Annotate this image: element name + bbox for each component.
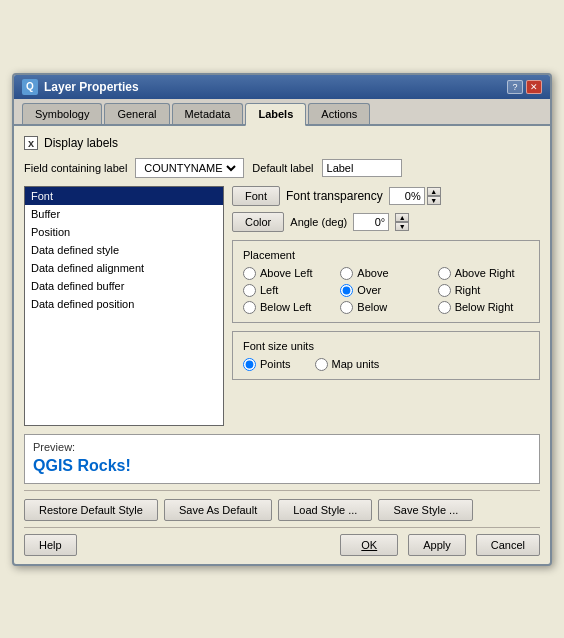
placement-above-left-label[interactable]: Above Left (260, 267, 313, 279)
color-angle-row: Color Angle (deg) ▲ ▼ (232, 212, 540, 232)
angle-up[interactable]: ▲ (395, 213, 409, 222)
list-item-position[interactable]: Position (25, 223, 223, 241)
save-style-button[interactable]: Save Style ... (378, 499, 473, 521)
font-transparency-spinner: ▲ ▼ (427, 187, 441, 205)
list-item-data-defined-alignment[interactable]: Data defined alignment (25, 259, 223, 277)
field-row: Field containing label COUNTYNAME Defaul… (24, 158, 540, 178)
font-transparency-up[interactable]: ▲ (427, 187, 441, 196)
placement-left: Left (243, 284, 334, 297)
placement-box: Placement Above Left Above Above Righ (232, 240, 540, 323)
save-as-default-button[interactable]: Save As Default (164, 499, 272, 521)
preview-text: QGIS Rocks! (33, 457, 531, 475)
apply-button[interactable]: Apply (408, 534, 466, 556)
help-button[interactable]: Help (24, 534, 77, 556)
layer-properties-window: Q Layer Properties ? ✕ Symbology General… (12, 73, 552, 566)
placement-below: Below (340, 301, 431, 314)
titlebar-controls: ? ✕ (507, 80, 542, 94)
titlebar: Q Layer Properties ? ✕ (14, 75, 550, 99)
bottom-buttons-row1: Restore Default Style Save As Default Lo… (24, 499, 540, 521)
placement-above-right: Above Right (438, 267, 529, 280)
placement-left-label[interactable]: Left (260, 284, 278, 296)
placement-title: Placement (243, 249, 529, 261)
font-transparency-down[interactable]: ▼ (427, 196, 441, 205)
list-item-data-defined-buffer[interactable]: Data defined buffer (25, 277, 223, 295)
field-dropdown[interactable]: COUNTYNAME (135, 158, 244, 178)
tab-actions[interactable]: Actions (308, 103, 370, 124)
default-label-input[interactable] (322, 159, 402, 177)
app-icon: Q (22, 79, 38, 95)
units-points-label[interactable]: Points (260, 358, 291, 370)
right-panel: Font Font transparency ▲ ▼ Color Angle ( (232, 186, 540, 426)
display-labels-label[interactable]: Display labels (44, 136, 118, 150)
list-item-data-defined-style[interactable]: Data defined style (25, 241, 223, 259)
field-select[interactable]: COUNTYNAME (140, 161, 239, 175)
cancel-button[interactable]: Cancel (476, 534, 540, 556)
units-map-units-label[interactable]: Map units (332, 358, 380, 370)
placement-below-label[interactable]: Below (357, 301, 387, 313)
angle-row: Angle (deg) ▲ ▼ (290, 213, 409, 231)
default-label-text: Default label (252, 162, 313, 174)
tab-labels[interactable]: Labels (245, 103, 306, 126)
angle-value[interactable] (353, 213, 389, 231)
tab-content: x Display labels Field containing label … (14, 126, 550, 564)
units-points: Points (243, 358, 291, 371)
list-item-font[interactable]: Font (25, 187, 223, 205)
font-transparency-label: Font transparency (286, 189, 383, 203)
preview-section: Preview: QGIS Rocks! (24, 434, 540, 484)
units-row: Points Map units (243, 358, 529, 371)
divider-1 (24, 490, 540, 491)
tab-general[interactable]: General (104, 103, 169, 124)
angle-label: Angle (deg) (290, 216, 347, 228)
list-item-data-defined-position[interactable]: Data defined position (25, 295, 223, 313)
help-title-btn[interactable]: ? (507, 80, 523, 94)
restore-default-style-button[interactable]: Restore Default Style (24, 499, 158, 521)
tab-metadata[interactable]: Metadata (172, 103, 244, 124)
placement-right-label[interactable]: Right (455, 284, 481, 296)
placement-right: Right (438, 284, 529, 297)
placement-over-label[interactable]: Over (357, 284, 381, 296)
font-transparency-input: ▲ ▼ (389, 187, 441, 205)
units-map-units: Map units (315, 358, 380, 371)
main-area: Font Buffer Position Data defined style … (24, 186, 540, 426)
list-item-buffer[interactable]: Buffer (25, 205, 223, 223)
placement-below-left: Below Left (243, 301, 334, 314)
placement-above-label[interactable]: Above (357, 267, 388, 279)
font-size-units-box: Font size units Points Map units (232, 331, 540, 380)
color-button[interactable]: Color (232, 212, 284, 232)
titlebar-left: Q Layer Properties (22, 79, 139, 95)
close-title-btn[interactable]: ✕ (526, 80, 542, 94)
placement-grid: Above Left Above Above Right Left (243, 267, 529, 314)
preview-label: Preview: (33, 441, 531, 453)
font-btn-row: Font Font transparency ▲ ▼ (232, 186, 540, 206)
divider-2 (24, 527, 540, 528)
placement-above-right-label[interactable]: Above Right (455, 267, 515, 279)
placement-over: Over (340, 284, 431, 297)
placement-below-left-label[interactable]: Below Left (260, 301, 311, 313)
left-panel-list: Font Buffer Position Data defined style … (24, 186, 224, 426)
field-containing-label: Field containing label (24, 162, 127, 174)
placement-above-left: Above Left (243, 267, 334, 280)
window-title: Layer Properties (44, 80, 139, 94)
placement-below-right-label[interactable]: Below Right (455, 301, 514, 313)
placement-below-right: Below Right (438, 301, 529, 314)
display-labels-checkbox[interactable]: x (24, 136, 38, 150)
angle-down[interactable]: ▼ (395, 222, 409, 231)
bottom-buttons-row2: Help OK Apply Cancel (24, 534, 540, 556)
font-button[interactable]: Font (232, 186, 280, 206)
placement-above: Above (340, 267, 431, 280)
angle-spinner: ▲ ▼ (395, 213, 409, 231)
font-size-units-title: Font size units (243, 340, 529, 352)
display-labels-row: x Display labels (24, 136, 540, 150)
ok-button[interactable]: OK (340, 534, 398, 556)
load-style-button[interactable]: Load Style ... (278, 499, 372, 521)
tabs-bar: Symbology General Metadata Labels Action… (14, 99, 550, 126)
font-transparency-value[interactable] (389, 187, 425, 205)
tab-symbology[interactable]: Symbology (22, 103, 102, 124)
